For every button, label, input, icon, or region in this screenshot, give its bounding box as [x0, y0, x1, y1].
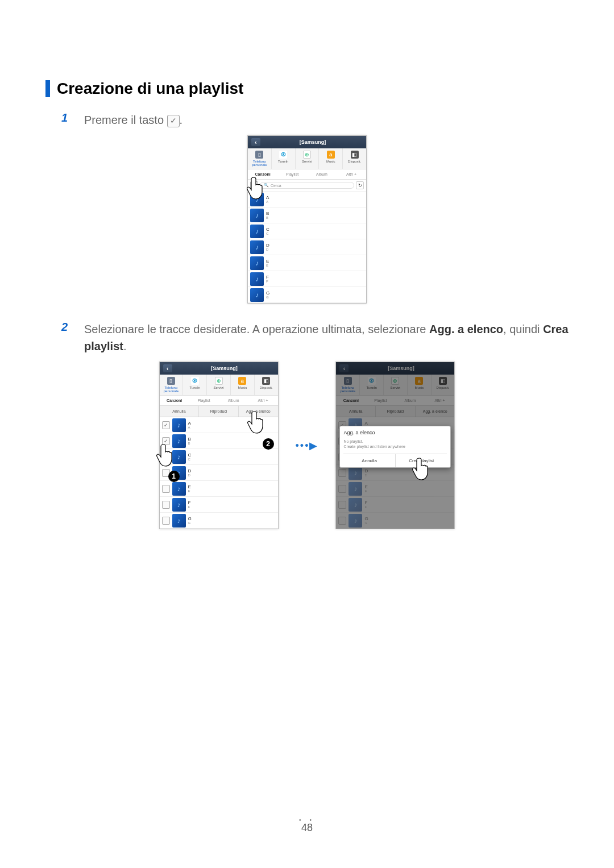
- riproduci-button[interactable]: Riproduci: [199, 406, 239, 417]
- screenshot-2a: ‹[Samsung] ▯Telefono personale ⦿TuneIn ⊕…: [159, 362, 279, 529]
- category-tabs: Canzoni Playlist Album Altri +: [248, 169, 366, 180]
- list-item[interactable]: BB: [248, 207, 366, 223]
- step-2: 2 Selezionare le tracce desiderate. A op…: [61, 321, 569, 355]
- step-1: 1 Premere il tasto ✓.: [61, 111, 569, 128]
- step2-text-b: , quindi: [503, 323, 543, 335]
- phone-icon: ▯: [255, 151, 263, 159]
- phone-title: [Samsung]: [175, 366, 275, 371]
- page-number: • • 48: [0, 817, 614, 834]
- callout-2: 2: [263, 438, 274, 450]
- phone-title: [Samsung]: [263, 139, 363, 145]
- step2-text-a: Selezionare le tracce desiderate. A oper…: [84, 323, 429, 335]
- tab-playlist[interactable]: Playlist: [189, 396, 219, 405]
- annulla-button[interactable]: Annulla: [160, 406, 200, 417]
- tab-altri[interactable]: Altri +: [337, 169, 366, 179]
- track-thumb-icon: [250, 240, 264, 254]
- list-item[interactable]: EE: [160, 481, 278, 497]
- list-item[interactable]: CC: [160, 449, 278, 465]
- back-button[interactable]: ‹: [251, 138, 260, 146]
- source-tunein[interactable]: ⦿TuneIn: [272, 148, 296, 169]
- checkmark-button-icon: ✓: [167, 115, 180, 127]
- callout-1: 1: [168, 471, 180, 482]
- device-icon: ◧: [351, 151, 359, 159]
- track-thumb-icon: [250, 225, 264, 238]
- step1-text: Premere il tasto: [84, 114, 167, 126]
- list-item[interactable]: AA: [248, 192, 366, 207]
- row-checkbox[interactable]: [162, 501, 170, 509]
- popup-title: Agg. a elenco: [343, 430, 447, 435]
- row-checkbox[interactable]: [162, 453, 170, 461]
- select-mode-button[interactable]: ✓: [250, 181, 258, 189]
- track-thumb-icon: [250, 209, 264, 222]
- source-music[interactable]: aMusic: [319, 148, 343, 169]
- search-input[interactable]: 🔍Cerca: [260, 182, 354, 189]
- step1-period: .: [180, 114, 183, 126]
- list-item[interactable]: GG: [160, 513, 278, 529]
- step-number: 1: [61, 111, 73, 128]
- row-checkbox[interactable]: ✓: [162, 421, 170, 429]
- search-row: ✓ 🔍Cerca ↻: [248, 180, 366, 192]
- row-checkbox[interactable]: ✓: [162, 437, 170, 445]
- step-number: 2: [61, 321, 73, 355]
- source-servizi[interactable]: ⊕Servizi: [296, 148, 320, 169]
- heading-accent-bar: [45, 80, 50, 97]
- step2-bold-a: Agg. a elenco: [429, 323, 503, 335]
- tab-canzoni[interactable]: Canzoni: [160, 396, 189, 405]
- track-thumb-icon: [250, 193, 264, 206]
- refresh-button[interactable]: ↻: [356, 181, 364, 189]
- tab-album[interactable]: Album: [307, 169, 337, 179]
- list-item[interactable]: EE: [248, 255, 366, 271]
- source-phone[interactable]: ▯Telefono personale: [160, 375, 184, 395]
- tab-album[interactable]: Album: [219, 396, 248, 405]
- tab-playlist[interactable]: Playlist: [277, 169, 307, 179]
- step-body: Premere il tasto ✓.: [84, 111, 569, 128]
- list-item[interactable]: FF: [160, 497, 278, 513]
- list-item[interactable]: FF: [248, 271, 366, 287]
- section-heading: Creazione di una playlist: [45, 80, 569, 98]
- step-body: Selezionare le tracce desiderate. A oper…: [84, 321, 569, 355]
- row-checkbox[interactable]: [162, 485, 170, 493]
- tab-altri[interactable]: Altri +: [248, 396, 278, 405]
- popup-subtitle: No playlist. Create playlist and listen …: [343, 439, 447, 449]
- track-thumb-icon: [250, 272, 264, 286]
- screenshot-2b: ‹[Samsung] ▯Telefono personale ⦿TuneIn ⊕…: [335, 362, 455, 529]
- source-bar: ▯Telefono personale ⦿TuneIn ⊕Servizi aMu…: [248, 148, 366, 169]
- list-item[interactable]: DD: [248, 239, 366, 255]
- back-button[interactable]: ‹: [163, 364, 172, 372]
- list-item[interactable]: CC: [248, 223, 366, 239]
- search-icon: 🔍: [264, 183, 269, 188]
- heading-text: Creazione di una playlist: [57, 80, 243, 98]
- popup-create-playlist-button[interactable]: Crea playlist: [395, 454, 447, 467]
- source-music[interactable]: aMusic: [231, 375, 255, 395]
- track-thumb-icon: [250, 288, 264, 302]
- tunein-icon: ⦿: [279, 151, 287, 159]
- list-item[interactable]: ✓AA: [160, 417, 278, 433]
- globe-icon: ⊕: [303, 151, 311, 159]
- amazon-icon: a: [327, 151, 335, 159]
- track-thumb-icon: [250, 256, 264, 270]
- screenshot-1: ‹ [Samsung] ▯Telefono personale ⦿TuneIn …: [247, 135, 367, 304]
- source-tunein[interactable]: ⦿TuneIn: [183, 375, 207, 395]
- agg-elenco-button[interactable]: Agg. a elenco: [239, 406, 278, 417]
- source-disposit[interactable]: ◧Disposit.: [255, 375, 278, 395]
- phone-titlebar: ‹ [Samsung]: [248, 136, 366, 148]
- tab-canzoni[interactable]: Canzoni: [248, 169, 277, 179]
- source-servizi[interactable]: ⊕Servizi: [207, 375, 231, 395]
- list-item[interactable]: ✓BB: [160, 433, 278, 449]
- add-to-list-popup: Agg. a elenco No playlist. Create playli…: [339, 426, 451, 468]
- flow-arrow-icon: •••▶: [296, 439, 319, 452]
- popup-cancel-button[interactable]: Annulla: [343, 454, 395, 467]
- song-list: AA BB CC DD EE FF GG: [248, 192, 366, 303]
- row-checkbox[interactable]: [162, 517, 170, 525]
- source-disposit[interactable]: ◧Disposit.: [343, 148, 366, 169]
- step2-text-c: .: [123, 340, 127, 352]
- list-item[interactable]: GG: [248, 287, 366, 303]
- source-phone[interactable]: ▯Telefono personale: [248, 148, 272, 169]
